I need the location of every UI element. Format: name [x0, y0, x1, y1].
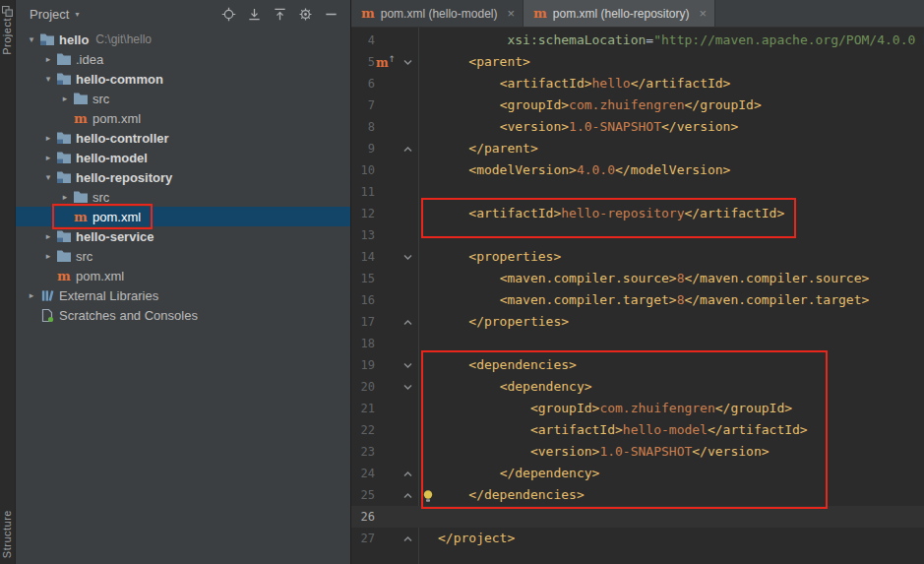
editor-line-13[interactable]: 13 [351, 224, 924, 246]
editor-line-20[interactable]: 20 <dependency> [351, 376, 924, 398]
chevron-right-icon[interactable]: ▸ [58, 94, 72, 103]
editor-line-22[interactable]: 22 <artifactId>hello-model</artifactId> [351, 419, 924, 441]
line-number: 23 [351, 441, 375, 463]
gutter-icon-spacer [375, 354, 397, 376]
fold-end-icon[interactable] [397, 484, 418, 506]
tree-item-hello-repository[interactable]: ▾hello-repository [16, 167, 350, 187]
tool-window-stripe: Project Structure [0, 0, 16, 564]
fold-spacer [397, 181, 418, 203]
fold-end-icon[interactable] [397, 528, 418, 549]
project-tree: ▾helloC:\git\hello▸.idea▾hello-common▸sr… [16, 28, 350, 564]
fold-start-icon[interactable] [397, 246, 418, 268]
gutter-icon-spacer [375, 94, 397, 116]
code-text [418, 333, 924, 354]
gutter-icon-spacer [375, 333, 397, 354]
fold-spacer [397, 73, 418, 94]
tree-item-pom.xml[interactable]: mpom.xml [16, 108, 350, 128]
code-text: <groupId>com.zhuifengren</groupId> [418, 398, 924, 419]
tree-item-src[interactable]: ▸src [16, 187, 350, 207]
editor-tab-pom.xml-hello-model-[interactable]: mpom.xml (hello-model)× [351, 0, 524, 27]
close-icon[interactable]: × [507, 7, 515, 20]
editor-line-11[interactable]: 11 [351, 181, 924, 203]
chevron-right-icon[interactable]: ▸ [41, 231, 55, 241]
chevron-right-icon[interactable]: ▸ [58, 192, 72, 202]
hide-panel-icon[interactable] [324, 7, 339, 22]
line-number: 15 [351, 268, 375, 289]
fold-end-icon[interactable] [397, 138, 418, 159]
code-text: <dependency> [418, 376, 924, 398]
tree-item-src[interactable]: ▸src [16, 246, 350, 266]
maven-icon: m [57, 270, 71, 282]
chevron-down-icon[interactable]: ▾ [25, 34, 38, 44]
tree-item-scratches-and-consoles[interactable]: Scratches and Consoles [16, 305, 350, 325]
tree-item-label: src [73, 249, 92, 264]
editor-line-25[interactable]: 25 </dependencies> [351, 484, 924, 506]
editor-line-18[interactable]: 18 [351, 333, 924, 354]
editor-line-24[interactable]: 24 </dependency> [351, 463, 924, 484]
maven-icon: m [74, 211, 88, 223]
tree-item-label: hello-model [73, 151, 148, 165]
fold-end-icon[interactable] [397, 311, 418, 333]
tree-item-external-libraries[interactable]: ▸External Libraries [16, 285, 350, 305]
tool-stripe-project-button[interactable]: Project [1, 18, 13, 55]
editor-line-19[interactable]: 19 <dependencies> [351, 354, 924, 376]
editor-line-9[interactable]: 9 </parent> [351, 138, 924, 159]
chevron-right-icon[interactable]: ▸ [41, 133, 55, 143]
editor-line-12[interactable]: 12 <artifactId>hello-repository</artifac… [351, 203, 924, 224]
editor-line-14[interactable]: 14 <properties> [351, 246, 924, 268]
tree-item-hello[interactable]: ▾helloC:\git\hello [16, 30, 350, 49]
tree-item-hello-service[interactable]: ▸hello-service [16, 226, 350, 246]
chevron-down-icon[interactable]: ▾ [41, 74, 55, 84]
chevron-right-icon[interactable]: ▸ [41, 153, 55, 162]
collapse-all-icon[interactable] [247, 7, 262, 22]
fold-end-icon[interactable] [397, 463, 418, 484]
editor-line-6[interactable]: 6 <artifactId>hello</artifactId> [351, 73, 924, 94]
line-number: 25 [351, 484, 375, 506]
tree-item-label: pom.xml [73, 269, 124, 283]
tree-item-hello-controller[interactable]: ▸hello-controller [16, 128, 350, 148]
editor-line-27[interactable]: 27</project> [351, 528, 924, 549]
code-text: <modelVersion>4.0.0</modelVersion> [418, 159, 924, 181]
close-icon[interactable]: × [700, 7, 708, 20]
editor-line-21[interactable]: 21 <groupId>com.zhuifengren</groupId> [351, 398, 924, 419]
tree-item-hello-common[interactable]: ▾hello-common [16, 69, 350, 89]
tree-item-pom.xml[interactable]: mpom.xml [16, 266, 350, 285]
tree-item-label: hello [56, 32, 89, 47]
editor-line-7[interactable]: 7 <groupId>com.zhuifengren</groupId> [351, 94, 924, 116]
editor-line-15[interactable]: 15 <maven.compiler.source>8</maven.compi… [351, 268, 924, 289]
editor[interactable]: 4 xsi:schemaLocation="http://maven.apach… [351, 28, 924, 564]
editor-line-8[interactable]: 8 <version>1.0-SNAPSHOT</version> [351, 116, 924, 138]
editor-line-17[interactable]: 17 </properties> [351, 311, 924, 333]
editor-line-26[interactable]: 26 [351, 506, 924, 528]
editor-line-4[interactable]: 4 xsi:schemaLocation="http://maven.apach… [351, 30, 924, 51]
fold-start-icon[interactable] [397, 51, 418, 73]
scratch-icon [38, 308, 56, 323]
tree-item-hello-model[interactable]: ▸hello-model [16, 148, 350, 167]
line-number: 13 [351, 224, 375, 246]
tree-item-label: src [90, 190, 109, 205]
maven-import-icon[interactable]: m↑ [375, 51, 397, 73]
line-number: 4 [351, 30, 375, 51]
settings-icon[interactable] [298, 7, 313, 22]
editor-line-10[interactable]: 10 <modelVersion>4.0.0</modelVersion> [351, 159, 924, 181]
chevron-right-icon[interactable]: ▸ [41, 54, 55, 64]
editor-line-23[interactable]: 23 <version>1.0-SNAPSHOT</version> [351, 441, 924, 463]
fold-start-icon[interactable] [397, 376, 418, 398]
tree-item-pom.xml[interactable]: mpom.xml [16, 207, 350, 226]
editor-line-5[interactable]: 5m↑ <parent> [351, 51, 924, 73]
project-view-selector[interactable]: Project ▾ [30, 7, 79, 22]
editor-tab-pom.xml-hello-repository-[interactable]: mpom.xml (hello-repository)× [524, 0, 715, 27]
chevron-down-icon[interactable]: ▾ [41, 172, 55, 182]
chevron-right-icon[interactable]: ▸ [25, 290, 38, 300]
fold-start-icon[interactable] [397, 354, 418, 376]
locate-icon[interactable] [221, 7, 236, 22]
tree-item-src[interactable]: ▸src [16, 89, 350, 108]
editor-line-16[interactable]: 16 <maven.compiler.target>8</maven.compi… [351, 289, 924, 311]
tool-stripe-structure-button[interactable]: Structure [1, 510, 13, 558]
gutter-icon-spacer [375, 506, 397, 528]
tree-item-.idea[interactable]: ▸.idea [16, 49, 350, 69]
gutter-icon-spacer [375, 311, 397, 333]
expand-all-icon[interactable] [273, 7, 287, 22]
line-number: 24 [351, 463, 375, 484]
chevron-right-icon[interactable]: ▸ [41, 251, 55, 261]
